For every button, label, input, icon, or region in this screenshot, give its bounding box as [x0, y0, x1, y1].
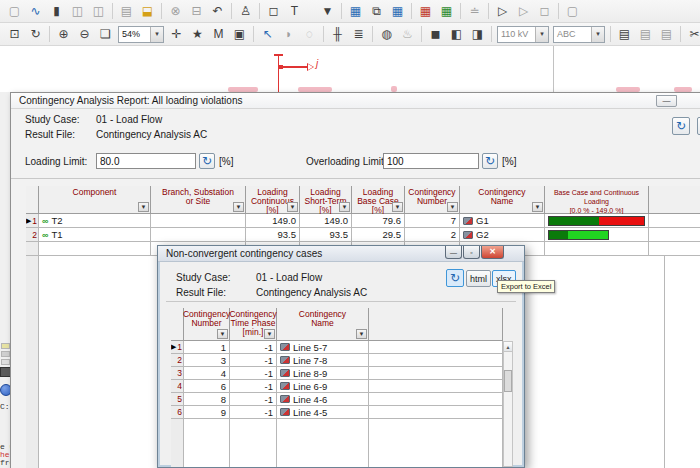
overloading-limit-refresh-button[interactable]: ↻ [482, 153, 498, 169]
col-header-loading-base-case[interactable]: LoadingBase Case[%]▼ [352, 186, 405, 214]
cell-time-phase[interactable]: -1 [230, 380, 277, 393]
cell-component[interactable]: ∞T2 [39, 214, 151, 228]
cell-loading-short-term[interactable]: 93.5 [300, 228, 352, 242]
cell-time-phase[interactable]: -1 [230, 393, 277, 406]
diagram-canvas[interactable]: j [0, 46, 700, 92]
detach-icon[interactable]: ✂ [684, 25, 700, 44]
rubber-band-select-icon[interactable]: ◌ [299, 25, 320, 44]
cell-time-phase[interactable]: -1 [230, 341, 277, 354]
row-header[interactable]: 3 [171, 367, 184, 380]
table-row[interactable]: 2 ∞T1 93.5 93.5 29.5 2 G2 [26, 228, 700, 242]
cell-contingency-number[interactable]: 6 [184, 380, 230, 393]
cell-branch[interactable] [151, 214, 246, 228]
zoom-level-select[interactable]: 54%▾ [118, 26, 164, 43]
rebuild-icon[interactable]: ↻ [25, 25, 46, 44]
network-model-manager-icon[interactable]: ◫ [67, 2, 88, 21]
mark-region-icon[interactable]: ◻ [263, 2, 284, 21]
cell-loading-bar[interactable] [545, 214, 649, 228]
temperature-icon[interactable]: ♨ [397, 25, 418, 44]
cell-contingency-number[interactable]: 4 [184, 367, 230, 380]
undo-icon[interactable]: ↶ [207, 2, 228, 21]
filter-dropdown-icon[interactable]: ▼ [217, 329, 228, 339]
row-header[interactable]: ▶1 [26, 214, 39, 228]
cell-time-phase[interactable]: -1 [230, 354, 277, 367]
branch-line[interactable] [283, 66, 307, 68]
find-icon[interactable]: M [208, 25, 229, 44]
cell-loading-continuous[interactable]: 93.5 [246, 228, 300, 242]
print-preview-icon[interactable]: ▤ [635, 25, 656, 44]
run-icon[interactable]: ▷ [492, 2, 513, 21]
page-frame-icon[interactable]: ▣ [229, 25, 250, 44]
cell-branch[interactable] [151, 228, 246, 242]
export-html-button[interactable]: html [466, 270, 491, 287]
cell-contingency-name[interactable]: Line 4-6 [277, 393, 369, 406]
cell-loading-continuous[interactable]: 149.0 [246, 214, 300, 228]
dialog-table-row[interactable]: ▶11-1Line 5-7 [171, 341, 503, 354]
cell-contingency-name[interactable]: Line 7-8 [277, 354, 369, 367]
cell-contingency-number[interactable]: 8 [184, 393, 230, 406]
report-refresh-button[interactable]: ↻ [672, 117, 690, 135]
continue-icon[interactable]: ▷ [513, 2, 534, 21]
cell-loading-base-case[interactable]: 29.5 [352, 228, 405, 242]
more-tools-dropdown-icon[interactable]: ▼ [317, 2, 338, 21]
copy-page-icon[interactable]: ▤ [656, 25, 677, 44]
row-header[interactable]: ▶1 [171, 341, 184, 354]
color-representation-icon[interactable]: ◍ [376, 25, 397, 44]
new-table-icon[interactable]: ▦ [436, 2, 457, 21]
filter-dropdown-icon[interactable]: ▼ [264, 329, 275, 339]
col-header-contingency-name[interactable]: ContingencyName▼ [460, 186, 545, 214]
col-header-time-phase[interactable]: ContingencyTime Phase[min.]▼ [230, 308, 277, 341]
annotation-balloon-icon[interactable]: ◗ [278, 25, 299, 44]
filter-dropdown-icon[interactable]: ▼ [447, 202, 458, 212]
cell-contingency-name[interactable]: G2 [460, 228, 545, 242]
zoom-in-icon[interactable]: ⊕ [53, 25, 74, 44]
dialog-table-row[interactable]: 69-1Line 4-5 [171, 406, 503, 419]
new-document-icon[interactable]: ▢ [4, 2, 25, 21]
cell-contingency-number[interactable]: 3 [184, 354, 230, 367]
dialog-refresh-button[interactable]: ↻ [446, 269, 464, 287]
row-header[interactable]: 5 [171, 393, 184, 406]
minimize-button[interactable]: — [445, 246, 462, 259]
vertical-scrollbar[interactable]: ▲ [503, 341, 513, 467]
report-titlebar[interactable]: Contingency Analysis Report: All loading… [11, 93, 700, 109]
cell-contingency-name[interactable]: Line 4-5 [277, 406, 369, 419]
user-icon[interactable]: ♙ [235, 2, 256, 21]
cell-contingency-number[interactable]: 9 [184, 406, 230, 419]
data-manager-icon[interactable]: ▮ [46, 2, 67, 21]
step-size-icon[interactable]: ≐ [464, 2, 485, 21]
filter-dropdown-icon[interactable]: ▼ [356, 329, 367, 339]
report-document-icon[interactable]: ▢ [562, 2, 583, 21]
cell-contingency-number[interactable]: 7 [405, 214, 460, 228]
filter-dropdown-icon[interactable]: ▼ [138, 202, 149, 212]
edit-relevant-objects-icon[interactable]: ▦ [345, 2, 366, 21]
col-header-contingency-number[interactable]: ContingencyNumber▼ [405, 186, 460, 214]
cell-loading-base-case[interactable]: 79.6 [352, 214, 405, 228]
page-layout-left-icon[interactable]: ◧ [446, 25, 467, 44]
filter-dropdown-icon[interactable]: ▼ [532, 202, 543, 212]
col-header-loading-bar[interactable]: Base Case and Continuous Loading[0.0 % -… [545, 186, 649, 214]
row-header[interactable]: 2 [26, 228, 39, 242]
stop-icon[interactable]: ◻ [534, 2, 555, 21]
loading-limit-refresh-button[interactable]: ↻ [199, 153, 215, 169]
break-calculation-icon[interactable]: ⊗ [165, 2, 186, 21]
chevron-down-icon[interactable]: ▾ [535, 27, 548, 42]
overloading-limit-input[interactable] [383, 153, 479, 169]
title-block-icon[interactable]: T [284, 2, 305, 21]
col-header-loading-continuous[interactable]: LoadingContinuous[%]▼ [246, 186, 300, 214]
col-header-contingency-name[interactable]: ContingencyName▼ [277, 308, 369, 341]
page-layout-full-icon[interactable]: ◼ [425, 25, 446, 44]
chevron-down-icon[interactable]: ▾ [591, 27, 604, 42]
cell-time-phase[interactable]: -1 [230, 406, 277, 419]
scroll-up-icon[interactable]: ▲ [504, 342, 512, 352]
cell-contingency-number[interactable]: 1 [184, 341, 230, 354]
chevron-down-icon[interactable]: ▾ [150, 27, 163, 42]
row-header[interactable]: 6 [171, 406, 184, 419]
filter-sliders-icon[interactable]: ╫ [327, 25, 348, 44]
cell-contingency-name[interactable]: Line 6-9 [277, 380, 369, 393]
select-cursor-icon[interactable]: ↖ [257, 25, 278, 44]
voltage-level-select[interactable]: 110 kV▾ [497, 26, 549, 43]
freeze-mode-icon[interactable]: ⊡ [4, 25, 25, 44]
dialog-table-row[interactable]: 46-1Line 6-9 [171, 380, 503, 393]
zoom-out-icon[interactable]: ⊖ [74, 25, 95, 44]
update-database-icon[interactable]: ▦ [387, 2, 408, 21]
